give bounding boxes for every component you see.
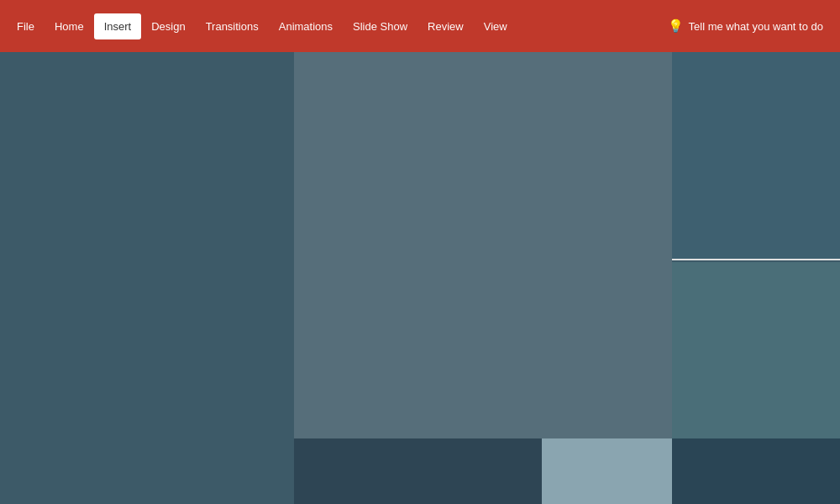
- menu-transitions[interactable]: Transitions: [196, 13, 269, 39]
- menu-design[interactable]: Design: [141, 13, 195, 39]
- menu-bar: File Home Insert Design Transitions Anim…: [0, 0, 840, 52]
- menu-file[interactable]: File: [7, 13, 45, 39]
- menu-view[interactable]: View: [474, 13, 517, 39]
- panel-left: [0, 52, 294, 504]
- menu-animations[interactable]: Animations: [269, 13, 343, 39]
- tell-me-search[interactable]: 💡 Tell me what you want to do: [658, 13, 833, 39]
- tell-me-label: Tell me what you want to do: [689, 20, 823, 33]
- panel-center-top: [294, 52, 672, 438]
- main-content: [0, 52, 840, 504]
- panel-right-top: [672, 52, 840, 260]
- menu-slideshow[interactable]: Slide Show: [343, 13, 417, 39]
- menu-home[interactable]: Home: [45, 13, 94, 39]
- panel-bottom-right: [672, 438, 840, 504]
- panel-bottom-center: [542, 438, 672, 504]
- menu-review[interactable]: Review: [417, 13, 474, 39]
- menu-insert[interactable]: Insert: [94, 13, 142, 39]
- lightbulb-icon: 💡: [668, 18, 684, 34]
- panel-right-middle: [672, 262, 840, 438]
- panel-bottom-left: [294, 438, 542, 504]
